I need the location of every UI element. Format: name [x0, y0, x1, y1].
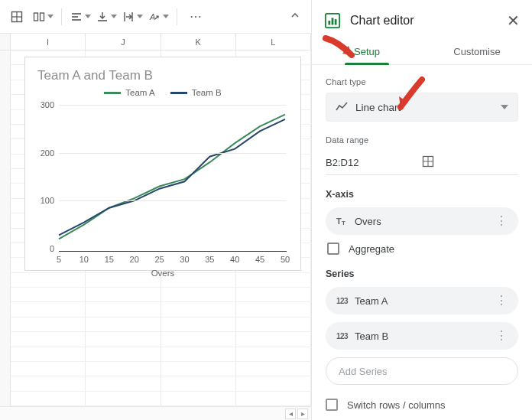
series-pill[interactable]: 123 Team A ⋮	[326, 287, 518, 314]
text-wrap-button[interactable]	[122, 7, 143, 27]
collapse-toolbar-button[interactable]	[290, 10, 300, 23]
svg-text:T: T	[336, 217, 342, 226]
number-type-icon: 123	[336, 332, 355, 340]
xaxis-field-pill[interactable]: TT Overs ⋮	[326, 207, 518, 235]
switch-rows-checkbox[interactable]	[326, 399, 338, 411]
col-header[interactable]: K	[161, 34, 236, 50]
column-headers: I J K L	[0, 34, 311, 50]
xaxis-section-title: X-axis	[326, 189, 518, 200]
aggregate-label: Aggregate	[349, 243, 394, 255]
tab-setup[interactable]: Setup	[312, 38, 422, 64]
svg-rect-15	[335, 19, 337, 24]
horizontal-align-button[interactable]	[70, 7, 91, 27]
borders-button[interactable]	[6, 7, 28, 27]
chart-title: Team A and Team B	[37, 68, 288, 83]
col-header[interactable]: L	[236, 34, 311, 50]
select-range-button[interactable]	[422, 155, 518, 170]
series-pill[interactable]: 123 Team B ⋮	[326, 322, 518, 350]
vertical-align-button[interactable]	[96, 7, 117, 27]
chart-editor-icon	[324, 12, 341, 29]
col-header[interactable]: I	[11, 34, 86, 50]
sidebar-title: Chart editor	[350, 14, 414, 28]
svg-text:A: A	[149, 12, 155, 21]
chart-plot-area: 01002003005101520253035404550	[37, 102, 290, 252]
series-more-button[interactable]: ⋮	[492, 299, 511, 303]
switch-rows-label: Switch rows / columns	[347, 399, 446, 411]
xaxis-more-button[interactable]: ⋮	[492, 220, 511, 223]
scroll-right-button[interactable]: ▸	[297, 409, 308, 419]
series-section-title: Series	[326, 269, 518, 279]
series-more-button[interactable]: ⋮	[492, 334, 511, 338]
toolbar: A ⋯	[0, 0, 311, 34]
chart-editor-sidebar: Chart editor ✕ Setup Customise Chart typ…	[312, 0, 532, 420]
close-sidebar-button[interactable]: ✕	[507, 13, 520, 28]
spreadsheet-grid[interactable]: Team A and Team B Team A Team B 01002003…	[0, 50, 311, 406]
chart-x-axis-label: Overs	[37, 269, 288, 278]
svg-rect-3	[34, 13, 37, 21]
horizontal-scrollbar[interactable]: ◂ ▸	[0, 406, 311, 420]
data-range-label: Data range	[326, 135, 518, 145]
svg-rect-14	[332, 18, 334, 24]
svg-rect-4	[40, 13, 44, 21]
aggregate-checkbox[interactable]	[327, 243, 339, 255]
chart-type-dropdown[interactable]: Line chart	[326, 93, 518, 122]
chart-legend: Team A Team B	[37, 88, 288, 97]
svg-rect-13	[329, 21, 331, 25]
tab-customise[interactable]: Customise	[422, 38, 532, 64]
sidebar-tabs: Setup Customise	[312, 38, 532, 65]
line-chart-icon	[336, 101, 348, 113]
embedded-chart[interactable]: Team A and Team B Team A Team B 01002003…	[24, 57, 301, 271]
chevron-down-icon	[501, 105, 508, 109]
more-toolbar-button[interactable]: ⋯	[185, 7, 206, 27]
text-rotation-button[interactable]: A	[148, 7, 169, 27]
svg-text:T: T	[342, 220, 345, 226]
merge-cells-button[interactable]	[32, 7, 54, 27]
data-range-value[interactable]: B2:D12	[326, 157, 422, 168]
number-type-icon: 123	[336, 297, 355, 305]
text-type-icon: TT	[336, 215, 355, 227]
chart-type-label: Chart type	[326, 77, 518, 86]
scroll-left-button[interactable]: ◂	[285, 409, 296, 419]
add-series-button[interactable]: Add Series	[326, 357, 518, 385]
col-header[interactable]: J	[86, 34, 161, 50]
